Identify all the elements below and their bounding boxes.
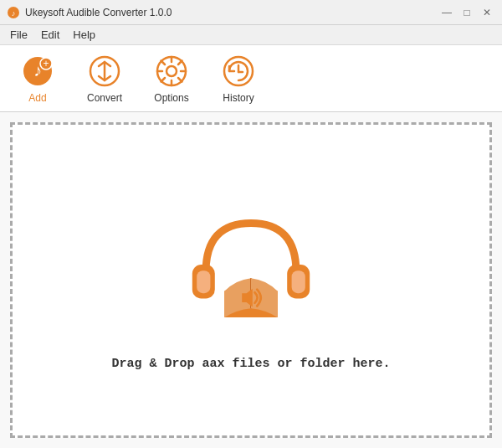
toolbar: ♪ + Add Convert: [0, 45, 502, 112]
menu-file[interactable]: File: [3, 27, 34, 43]
window-controls: — □ ✕: [438, 4, 495, 21]
convert-label: Convert: [87, 92, 122, 104]
options-button[interactable]: Options: [142, 49, 201, 108]
convert-button[interactable]: Convert: [75, 49, 134, 108]
add-button[interactable]: ♪ + Add: [8, 49, 67, 108]
menubar: File Edit Help: [0, 25, 502, 45]
app-title: Ukeysoft Audible Converter 1.0.0: [25, 7, 172, 18]
drop-zone-icon: [176, 189, 326, 340]
svg-rect-23: [197, 270, 210, 293]
svg-line-15: [178, 78, 182, 82]
history-icon: [221, 54, 256, 89]
convert-icon: [87, 54, 122, 89]
options-icon: [154, 54, 189, 89]
titlebar-left: ♪ Ukeysoft Audible Converter 1.0.0: [7, 6, 172, 19]
titlebar: ♪ Ukeysoft Audible Converter 1.0.0 — □ ✕: [0, 0, 502, 25]
minimize-button[interactable]: —: [438, 4, 455, 21]
history-label: History: [223, 92, 254, 104]
svg-text:♪: ♪: [12, 9, 16, 18]
svg-point-9: [166, 66, 177, 76]
svg-line-17: [161, 78, 166, 82]
menu-help[interactable]: Help: [66, 27, 102, 43]
main-content: Drag & Drop aax files or folder here.: [0, 112, 502, 448]
svg-text:+: +: [43, 58, 49, 70]
app-icon: ♪: [7, 6, 20, 19]
menu-edit[interactable]: Edit: [34, 27, 66, 43]
add-icon: ♪ +: [20, 54, 55, 89]
svg-rect-24: [292, 270, 305, 293]
drop-zone[interactable]: Drag & Drop aax files or folder here.: [10, 122, 492, 438]
add-label: Add: [28, 92, 46, 104]
maximize-button[interactable]: □: [458, 4, 475, 21]
options-label: Options: [154, 92, 188, 104]
drop-text: Drag & Drop aax files or folder here.: [111, 357, 390, 371]
svg-line-14: [161, 60, 166, 64]
history-button[interactable]: History: [209, 49, 268, 108]
close-button[interactable]: ✕: [479, 4, 495, 21]
svg-line-16: [178, 60, 182, 64]
